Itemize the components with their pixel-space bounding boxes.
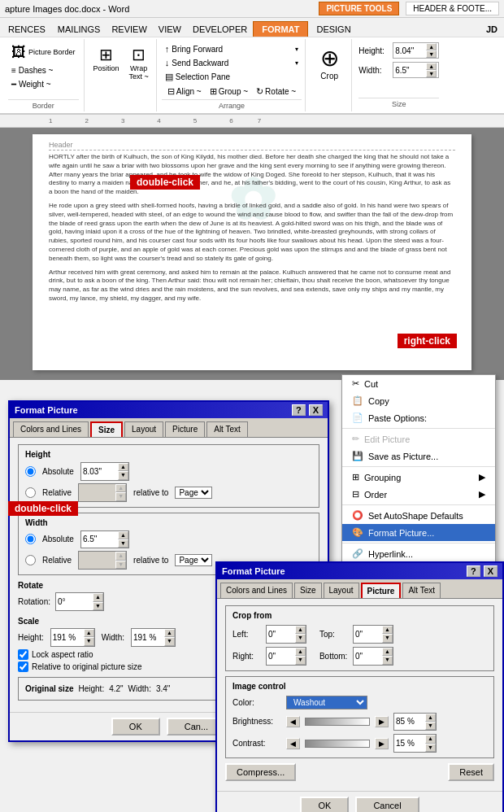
send-backward-btn[interactable]: ↓ Send Backward ▾ [162, 56, 302, 69]
height-absolute-value[interactable] [81, 466, 118, 477]
dialog2-tab-colors[interactable]: Colors and Lines [220, 583, 293, 598]
height-down-btn[interactable]: ▼ [426, 50, 437, 58]
rotation-input[interactable]: ▲ ▼ [55, 592, 104, 611]
ctx-copy[interactable]: 📋 Copy [342, 392, 495, 409]
width-down-btn[interactable]: ▼ [426, 70, 437, 77]
scale-w-down[interactable]: ▼ [164, 637, 175, 645]
scale-width-input[interactable]: ▲ ▼ [131, 628, 176, 647]
brightness-value-input[interactable]: ▲ ▼ [393, 713, 437, 731]
relative-original-checkbox[interactable] [18, 661, 28, 672]
ctx-order[interactable]: ⊟ Order ▶ [342, 486, 495, 503]
lock-aspect-checkbox[interactable] [18, 649, 28, 660]
scale-w-up[interactable]: ▲ [164, 629, 175, 637]
width-absolute-value[interactable] [81, 534, 118, 544]
dialog1-ok-btn[interactable]: OK [111, 718, 160, 736]
dialog1-tab-alttext[interactable]: Alt Text [206, 421, 248, 437]
dialog1-tab-layout[interactable]: Layout [124, 421, 163, 437]
ctx-autoshape[interactable]: ⭕ Set AutoShape Defaults [342, 507, 495, 524]
dialog2-tab-alttext[interactable]: Alt Text [402, 583, 441, 598]
brightness-left-btn[interactable]: ◀ [286, 716, 300, 727]
width-input[interactable]: 6.5" ▲ ▼ [393, 62, 439, 78]
rotate-btn[interactable]: ↻ Rotate ~ [253, 85, 299, 98]
wrap-text-btn[interactable]: ⊡ Wrap Text ~ [125, 42, 153, 110]
crop-left-input[interactable]: ▲ ▼ [266, 625, 306, 644]
width-abs-up[interactable]: ▲ [118, 531, 128, 539]
image-control-section: Image control Color: Washout Automatic G… [225, 676, 494, 759]
dialog1-help-btn[interactable]: ? [292, 404, 306, 416]
rotation-down[interactable]: ▼ [93, 602, 103, 610]
tab-review[interactable]: REVIEW [106, 22, 152, 37]
dialog1-tab-picture[interactable]: Picture [165, 421, 205, 437]
contrast-slider[interactable] [305, 740, 370, 748]
dashes-btn[interactable]: ≡ Dashes ~ [8, 64, 56, 76]
width-relative-radio[interactable] [25, 555, 36, 565]
width-abs-down[interactable]: ▼ [118, 539, 128, 548]
border-group: 🖼 Picture Border ≡ Dashes ~ ━ Weight ~ B… [3, 39, 85, 111]
tab-format[interactable]: FORMAT [253, 21, 308, 37]
height-abs-up[interactable]: ▲ [118, 463, 128, 471]
color-select[interactable]: Washout Automatic Grayscale Black & Whit… [286, 696, 367, 709]
ctx-grouping[interactable]: ⊞ Grouping ▶ [342, 469, 495, 486]
brightness-right-btn[interactable]: ▶ [375, 716, 389, 727]
tab-design[interactable]: DESIGN [308, 22, 358, 37]
scale-width-value[interactable] [132, 632, 164, 643]
height-absolute-radio[interactable] [25, 466, 36, 477]
dialog2-tab-picture[interactable]: Picture [361, 583, 402, 598]
height-absolute-row: Absolute ▲ ▼ [25, 462, 312, 481]
tab-references[interactable]: RENCES [2, 21, 52, 37]
width-absolute-radio[interactable] [25, 534, 36, 544]
crop-right-input[interactable]: ▲ ▼ [266, 647, 306, 666]
crop-btn[interactable]: ⊕ Crop [316, 41, 343, 110]
scale-height-value[interactable] [51, 632, 84, 643]
compress-btn[interactable]: Compress... [225, 763, 296, 781]
scale-h-up[interactable]: ▲ [84, 629, 94, 637]
position-btn[interactable]: ⊞ Position [89, 42, 124, 110]
picture-border-btn[interactable]: 🖼 Picture Border [8, 42, 79, 63]
ctx-edit-picture[interactable]: ✏ Edit Picture [342, 430, 495, 447]
dialog1-tab-size[interactable]: Size [90, 421, 123, 437]
height-input[interactable]: 8.04" ▲ ▼ [393, 42, 439, 59]
group-btn[interactable]: ⊞ Group ~ [206, 85, 251, 98]
rotation-up[interactable]: ▲ [93, 593, 103, 601]
dialog2-tab-size[interactable]: Size [294, 583, 321, 598]
rotation-value[interactable] [56, 596, 93, 607]
height-abs-down[interactable]: ▼ [118, 471, 128, 479]
tab-mailings[interactable]: MAILINGS [52, 22, 106, 37]
ctx-format-picture[interactable]: 🎨 Format Picture... [342, 524, 495, 541]
contrast-left-btn[interactable]: ◀ [286, 738, 300, 749]
crop-bottom-input[interactable]: ▲ ▼ [353, 647, 393, 666]
contrast-value-input[interactable]: ▲ ▼ [393, 734, 437, 753]
image-control-title: Image control [232, 682, 487, 691]
dialog2-cancel-btn[interactable]: Cancel [355, 797, 419, 812]
dialog2-ok-btn[interactable]: OK [300, 797, 349, 812]
bring-forward-btn[interactable]: ↑ Bring Forward ▾ [162, 42, 302, 55]
dashes-icon: ≡ [11, 66, 16, 75]
height-up-btn[interactable]: ▲ [426, 43, 437, 50]
tab-developer[interactable]: DEVELOPER [187, 22, 253, 37]
height-relative-select[interactable]: Page [175, 487, 212, 499]
dialog2-close-btn[interactable]: X [484, 565, 497, 577]
scale-h-down[interactable]: ▼ [84, 637, 94, 645]
width-relative-select[interactable]: Page [175, 554, 212, 566]
align-btn[interactable]: ⊟ Align ~ [164, 85, 205, 98]
height-relative-radio[interactable] [25, 487, 36, 498]
ctx-save-as-picture[interactable]: 💾 Save as Picture... [342, 447, 495, 465]
dialog2-help-btn[interactable]: ? [467, 565, 480, 577]
width-absolute-input[interactable]: ▲ ▼ [80, 530, 129, 549]
weight-btn[interactable]: ━ Weight ~ [8, 78, 54, 90]
ctx-cut[interactable]: ✂ Cut [342, 375, 495, 392]
height-absolute-input[interactable]: ▲ ▼ [80, 462, 129, 481]
brightness-slider[interactable] [305, 718, 370, 726]
ctx-paste-options[interactable]: 📄 Paste Options: [342, 409, 495, 426]
dialog1-tab-colors[interactable]: Colors and Lines [13, 421, 89, 437]
crop-top-input[interactable]: ▲ ▼ [353, 625, 393, 644]
dialog1-close-btn[interactable]: X [309, 404, 323, 416]
ctx-hyperlink[interactable]: 🔗 Hyperlink... [342, 545, 495, 562]
tab-view[interactable]: VIEW [153, 22, 187, 37]
contrast-right-btn[interactable]: ▶ [375, 738, 389, 749]
dialog2-reset-btn[interactable]: Reset [448, 763, 494, 781]
dialog2-tab-layout[interactable]: Layout [324, 583, 359, 598]
scale-height-input[interactable]: ▲ ▼ [50, 628, 95, 647]
selection-pane-btn[interactable]: ▤ Selection Pane [162, 70, 302, 84]
width-up-btn[interactable]: ▲ [426, 63, 437, 70]
